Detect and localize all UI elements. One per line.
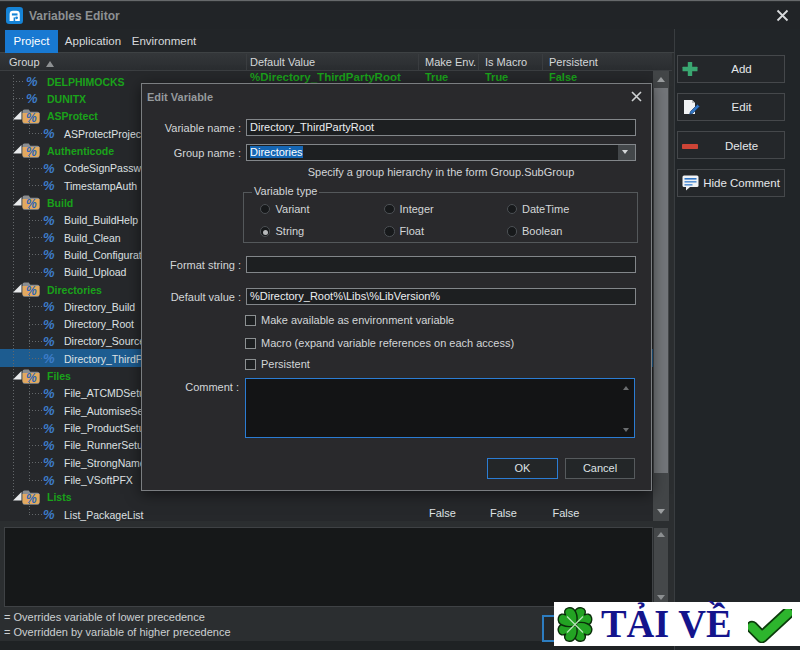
- svg-text:%: %: [26, 110, 37, 123]
- svg-text:%: %: [26, 197, 37, 210]
- svg-text:%: %: [26, 284, 37, 297]
- svg-text:%: %: [26, 145, 37, 158]
- svg-text:%: %: [26, 491, 37, 504]
- svg-text:%: %: [26, 370, 37, 383]
